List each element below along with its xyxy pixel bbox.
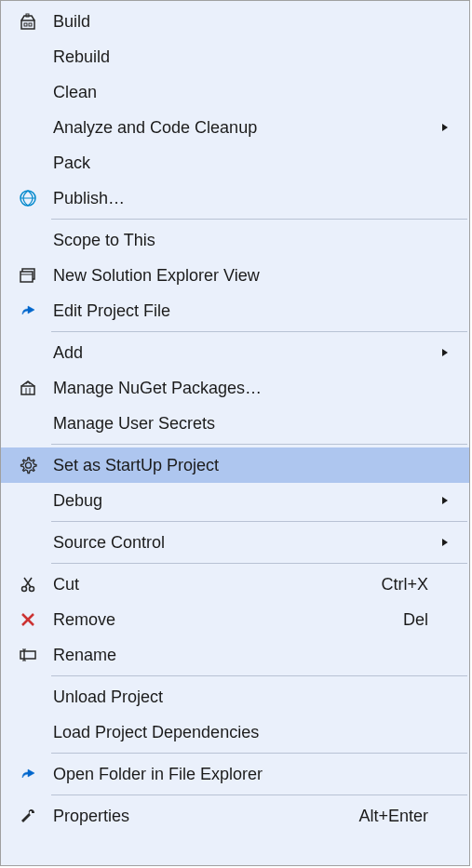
menu-item-label: Scope to This xyxy=(49,231,436,250)
svg-point-12 xyxy=(22,587,27,592)
menu-item-label: Cut xyxy=(49,575,381,594)
menu-item-label: Set as StartUp Project xyxy=(49,456,436,475)
svg-rect-6 xyxy=(20,272,33,282)
menu-separator xyxy=(51,521,467,522)
open-folder-icon xyxy=(7,765,49,783)
svg-point-13 xyxy=(30,587,34,592)
build-icon xyxy=(7,12,49,31)
cut-icon xyxy=(7,575,49,594)
menu-item-build[interactable]: Build xyxy=(1,4,469,39)
menu-item-cut[interactable]: Cut Ctrl+X xyxy=(1,567,469,602)
menu-item-label: Properties xyxy=(49,807,358,826)
menu-separator xyxy=(51,795,467,795)
new-view-icon xyxy=(7,266,49,285)
menu-separator xyxy=(51,563,467,564)
context-menu: Build Rebuild Clean Analyze and Code Cle… xyxy=(0,0,470,866)
menu-item-pack[interactable]: Pack xyxy=(1,145,469,180)
menu-item-shortcut: Del xyxy=(403,610,436,630)
menu-item-add[interactable]: Add xyxy=(1,335,469,370)
menu-item-label: Open Folder in File Explorer xyxy=(49,765,436,784)
menu-item-load-deps[interactable]: Load Project Dependencies xyxy=(1,714,469,750)
menu-item-label: Publish… xyxy=(49,189,436,208)
menu-item-rename[interactable]: Rename xyxy=(1,637,469,673)
gear-icon xyxy=(7,456,49,474)
menu-item-properties[interactable]: Properties Alt+Enter xyxy=(1,798,469,834)
edit-icon xyxy=(7,301,49,320)
menu-item-label: Rebuild xyxy=(49,47,436,67)
menu-item-rebuild[interactable]: Rebuild xyxy=(1,39,469,74)
svg-rect-0 xyxy=(21,20,34,29)
remove-icon xyxy=(7,611,49,628)
submenu-arrow-icon xyxy=(436,495,454,506)
menu-item-label: Debug xyxy=(49,491,436,511)
menu-item-label: Load Project Dependencies xyxy=(49,723,436,742)
menu-item-label: Rename xyxy=(49,646,436,665)
svg-rect-8 xyxy=(21,386,34,394)
menu-item-nuget[interactable]: Manage NuGet Packages… xyxy=(1,370,469,406)
menu-separator xyxy=(51,444,467,445)
menu-item-label: Analyze and Code Cleanup xyxy=(49,118,436,138)
menu-item-open-folder[interactable]: Open Folder in File Explorer xyxy=(1,756,469,792)
menu-item-clean[interactable]: Clean xyxy=(1,74,469,110)
menu-item-label: Source Control xyxy=(49,533,436,553)
svg-line-14 xyxy=(25,578,32,587)
menu-item-publish[interactable]: Publish… xyxy=(1,180,469,216)
svg-point-11 xyxy=(26,462,32,468)
menu-separator xyxy=(51,219,467,220)
menu-item-shortcut: Ctrl+X xyxy=(381,575,436,594)
menu-item-label: Pack xyxy=(49,154,436,173)
menu-item-analyze[interactable]: Analyze and Code Cleanup xyxy=(1,110,469,145)
svg-rect-18 xyxy=(20,651,35,659)
wrench-icon xyxy=(7,807,49,825)
menu-item-label: Remove xyxy=(49,610,403,630)
menu-item-label: New Solution Explorer View xyxy=(49,266,436,286)
menu-item-user-secrets[interactable]: Manage User Secrets xyxy=(1,406,469,441)
submenu-arrow-icon xyxy=(436,347,454,358)
menu-separator xyxy=(51,675,467,676)
menu-item-source-control[interactable]: Source Control xyxy=(1,525,469,560)
rename-icon xyxy=(7,646,49,664)
menu-item-label: Unload Project xyxy=(49,688,436,707)
svg-line-15 xyxy=(24,578,31,587)
menu-item-new-view[interactable]: New Solution Explorer View xyxy=(1,258,469,293)
menu-separator xyxy=(51,331,467,332)
menu-item-remove[interactable]: Remove Del xyxy=(1,602,469,637)
menu-item-unload[interactable]: Unload Project xyxy=(1,679,469,714)
menu-item-label: Edit Project File xyxy=(49,301,436,321)
menu-separator xyxy=(51,753,467,754)
submenu-arrow-icon xyxy=(436,122,454,133)
menu-item-label: Manage User Secrets xyxy=(49,414,436,434)
menu-item-shortcut: Alt+Enter xyxy=(358,807,436,826)
menu-item-debug[interactable]: Debug xyxy=(1,483,469,518)
nuget-icon xyxy=(7,379,49,397)
menu-item-startup[interactable]: Set as StartUp Project xyxy=(1,447,469,483)
menu-item-edit-project[interactable]: Edit Project File xyxy=(1,293,469,328)
svg-rect-2 xyxy=(29,23,32,26)
menu-item-label: Add xyxy=(49,343,436,363)
menu-item-scope[interactable]: Scope to This xyxy=(1,222,469,258)
submenu-arrow-icon xyxy=(436,537,454,548)
menu-item-label: Manage NuGet Packages… xyxy=(49,379,436,398)
publish-icon xyxy=(7,189,49,207)
svg-rect-1 xyxy=(24,23,27,26)
menu-item-label: Build xyxy=(49,12,436,32)
menu-item-label: Clean xyxy=(49,83,436,102)
